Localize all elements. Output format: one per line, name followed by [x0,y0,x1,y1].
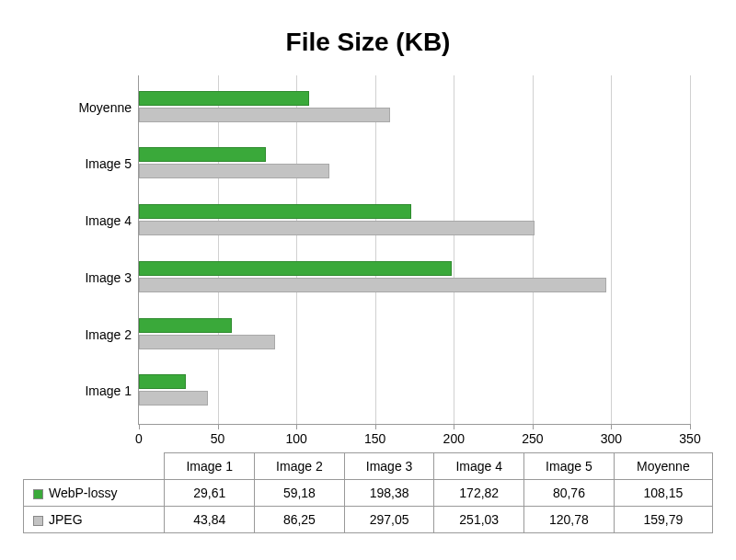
table-cell: 29,61 [165,480,255,507]
table-row: JPEG43,8486,25297,05251,03120,78159,79 [24,507,713,533]
plot-area: 050100150200250300350Image 1Image 2Image… [138,75,690,425]
table-header: Image 5 [524,453,615,480]
x-tick-label: 350 [679,431,700,446]
series-name: JPEG [49,512,83,527]
y-tick-label: Image 1 [85,383,139,398]
y-tick-label: Image 5 [85,156,139,171]
table-row: WebP-lossy29,6159,18198,38172,8280,76108… [24,480,713,507]
bar-webp [139,147,266,162]
table-corner [24,453,165,480]
category-group: Image 2 [139,311,690,359]
table-cell: 120,78 [524,507,615,533]
bar-webp [139,261,452,276]
bar-webp [139,204,411,219]
data-table: Image 1Image 2Image 3Image 4Image 5Moyen… [23,452,713,533]
category-group: Image 1 [139,367,690,415]
chart-container: 050100150200250300350Image 1Image 2Image… [74,75,690,425]
x-tick-label: 150 [364,431,385,446]
category-group: Moyenne [139,84,690,131]
table-cell: 251,03 [434,507,524,533]
table-header: Moyenne [614,453,712,480]
table-header: Image 1 [165,453,255,480]
table-cell: 159,79 [614,507,712,533]
table-header: Image 4 [434,453,524,480]
table-header: Image 2 [255,453,345,480]
x-tick-label: 50 [211,431,225,446]
x-tick [454,424,454,429]
table-cell: 297,05 [344,507,434,533]
bar-jpeg [139,108,390,122]
x-tick [690,424,691,429]
table-cell: 108,15 [614,480,712,507]
x-tick-label: 300 [601,431,622,446]
x-tick-label: 100 [285,431,306,446]
bar-webp [139,318,232,333]
table-header: Image 3 [344,453,434,480]
grid-line [690,75,691,424]
bar-jpeg [139,278,606,292]
table-cell: 59,18 [255,480,345,507]
table-cell: 86,25 [255,507,345,533]
x-tick-label: 0 [135,431,143,446]
legend-swatch-icon [33,516,43,526]
x-tick [296,424,297,429]
category-group: Image 5 [139,140,690,188]
x-tick [533,424,534,429]
series-name: WebP-lossy [49,486,117,500]
table-cell: 198,38 [344,480,434,507]
bar-jpeg [139,164,329,178]
bar-jpeg [139,391,208,406]
x-tick [218,424,219,429]
table-cell: 43,84 [165,507,255,533]
x-tick [139,424,140,429]
table-cell: 172,82 [434,480,524,507]
category-group: Image 3 [139,254,690,302]
x-tick-label: 250 [522,431,543,446]
category-group: Image 4 [139,197,690,245]
bar-jpeg [139,221,535,235]
x-tick-label: 200 [443,431,465,446]
y-tick-label: Moyenne [78,100,139,115]
legend-swatch-icon [33,489,43,499]
bar-webp [139,374,186,389]
y-tick-label: Image 3 [85,270,139,285]
x-tick [611,424,612,429]
x-tick [375,424,376,429]
chart-title: File Size (KB) [18,28,718,57]
table-row-label: JPEG [24,507,165,533]
table-row-label: WebP-lossy [24,480,165,507]
y-tick-label: Image 4 [85,213,139,228]
bar-webp [139,91,309,106]
table-cell: 80,76 [524,480,615,507]
y-tick-label: Image 2 [85,327,139,342]
bar-jpeg [139,335,275,349]
